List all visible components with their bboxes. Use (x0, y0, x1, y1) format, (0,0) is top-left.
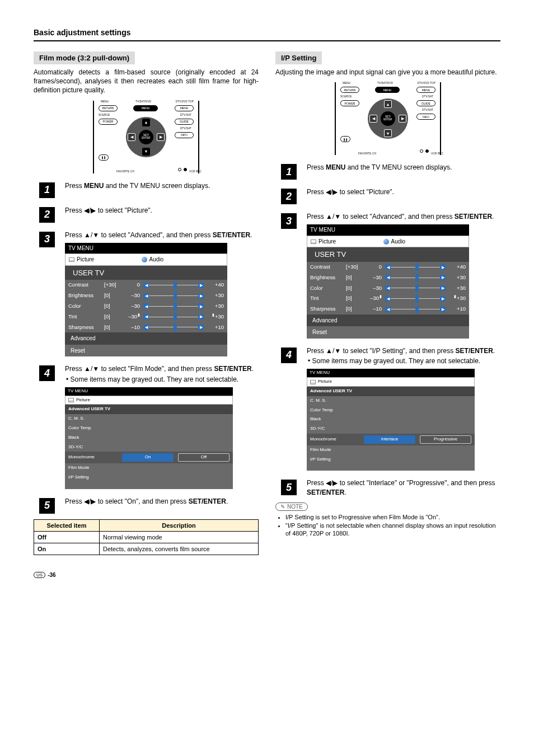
remote-diagram: MENU TV/SAT/DVD DTV/DVD TOP RETURN MENU … (335, 82, 441, 155)
setenter-label: SET/ENTER (455, 213, 492, 220)
step-bullet: Some items may be grayed out. They are n… (307, 356, 500, 365)
step-text: . (252, 365, 254, 373)
table-header: Description (99, 519, 258, 531)
step-number: 2 (39, 207, 55, 223)
step-text: and the TV MENU screen displays. (104, 182, 210, 190)
step-number: 2 (281, 189, 297, 204)
filmmode-intro: Automatically detects a film-based sourc… (34, 68, 259, 95)
step-text: and the TV MENU screen displays. (345, 163, 452, 171)
note-label: NOTE (275, 503, 308, 511)
locale-badge: US (34, 572, 45, 578)
step-text: Press ▲/▼ to select "Advanced", and then… (65, 231, 213, 239)
tv-menu: TV MENU Picture Audio USER TV Contrast[+… (307, 224, 469, 339)
step-number: 1 (281, 164, 297, 180)
description-table: Selected item Description Off Normal vie… (34, 519, 259, 555)
step-number: 4 (281, 348, 297, 363)
menu-label: MENU (326, 163, 345, 171)
step-text: Press ▲/▼ to select "Film Mode", and the… (65, 365, 214, 373)
note-item: I/P Setting is set to Progressive when F… (285, 513, 500, 522)
table-header: Selected item (34, 519, 100, 531)
table-cell: Off (34, 531, 100, 543)
step-text: Press ▲/▼ to select "Advanced", and then… (307, 213, 455, 220)
step-body: Press ◀/▶ to select "Picture". (307, 187, 500, 196)
step-body: Press ◀/▶ to select "Picture". (65, 206, 259, 215)
remote-diagram: MENU TV/SAT/DVD DTV/DVD TOP RETURN MENU … (93, 101, 199, 173)
step-text: Press ◀/▶ to select "On", and then press (65, 497, 189, 505)
note-list: I/P Setting is set to Progressive when F… (275, 513, 500, 538)
step-number: 5 (39, 498, 55, 514)
left-column: Film mode (3:2 pull-down) Automatically … (34, 51, 259, 555)
ipsetting-intro: Adjusting the image and input signal can… (275, 68, 500, 77)
left-steps: 1 Press MENU and the TV MENU screen disp… (34, 181, 259, 514)
step-text: Press ▲/▼ to select "I/P Setting", and t… (307, 347, 456, 355)
step-bullet: Some items may be grayed out. They are n… (65, 375, 259, 384)
step-text: . (344, 489, 346, 496)
tv-menu: TV MENU Picture Audio USER TV Contrast[+… (65, 243, 227, 357)
step-number: 3 (39, 232, 55, 247)
filmmode-heading: Film mode (3:2 pull-down) (34, 51, 135, 64)
section-title: Basic adjustment settings (34, 28, 500, 37)
setenter-label: SET/ENTER (214, 365, 251, 373)
step-text: . (493, 347, 495, 355)
step-number: 4 (39, 365, 55, 381)
advanced-menu: TV MENU Picture Advanced USER TV C. M. S… (307, 369, 475, 471)
step-text: Press ◀/▶ to select "Interlace" or "Prog… (307, 479, 495, 487)
table-cell: On (34, 543, 100, 555)
page-suffix: -36 (48, 572, 55, 578)
table-cell: Normal viewing mode (99, 531, 258, 543)
rule (34, 40, 500, 41)
step-text: . (226, 497, 228, 505)
menu-label: MENU (84, 182, 104, 190)
step-text: Press (307, 163, 326, 171)
setenter-label: SET/ENTER (213, 231, 250, 239)
step-text: . (492, 213, 494, 220)
table-cell: Detects, analyzes, converts film source (99, 543, 258, 555)
step-number: 3 (281, 213, 297, 229)
step-number: 1 (39, 182, 55, 198)
step-text: Press (65, 182, 84, 190)
setenter-label: SET/ENTER (456, 347, 493, 355)
ipsetting-heading: I/P Setting (275, 51, 322, 64)
right-column: I/P Setting Adjusting the image and inpu… (275, 51, 500, 555)
setenter-label: SET/ENTER (307, 489, 344, 496)
note-item: "I/P Setting" is not selectable when cha… (285, 522, 500, 538)
page-number: US -36 (34, 572, 500, 578)
advanced-menu: TV MENU Picture Advanced USER TV C. M. S… (65, 387, 233, 489)
step-number: 5 (281, 480, 297, 495)
step-text: . (250, 231, 252, 239)
right-steps: 1 Press MENU and the TV MENU screen disp… (275, 163, 500, 497)
setenter-label: SET/ENTER (189, 497, 226, 505)
